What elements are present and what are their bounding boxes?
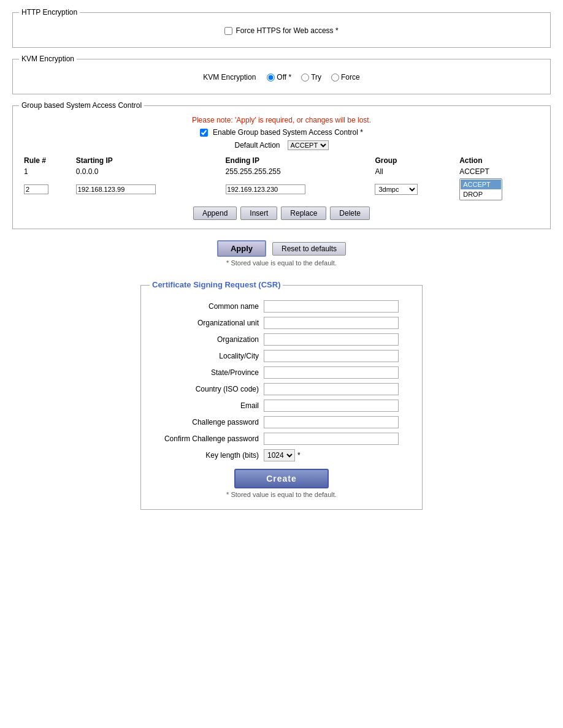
org-unit-row: Organizational unit — [153, 317, 410, 329]
country-row: Country (ISO code) — [153, 383, 410, 395]
action-2-wrapper: ACCEPT DROP — [459, 178, 502, 200]
stored-note-top: * Stored value is equal to the default. — [12, 259, 551, 267]
csr-legend: Certificate Signing Request (CSR) — [150, 280, 283, 289]
reset-button[interactable]: Reset to defaults — [272, 242, 346, 256]
locality-input[interactable] — [264, 350, 399, 362]
col-starting-ip: Starting IP — [74, 155, 223, 166]
apply-button[interactable]: Apply — [217, 240, 266, 257]
force-https-checkbox[interactable] — [224, 27, 232, 35]
force-https-label: Force HTTPS for Web access * — [236, 26, 338, 35]
col-action: Action — [457, 155, 542, 166]
create-button[interactable]: Create — [234, 469, 329, 488]
group-access-note: Please note: 'Apply' is required, or cha… — [21, 116, 542, 124]
kvm-off-radio-item: Off * — [267, 73, 291, 82]
state-row: State/Province — [153, 366, 410, 379]
key-length-asterisk: * — [297, 451, 301, 460]
http-encryption-legend: HTTP Encryption — [19, 8, 80, 17]
locality-row: Locality/City — [153, 350, 410, 362]
rule-num-1: 1 — [21, 166, 74, 177]
org-label: Organization — [153, 335, 264, 344]
kvm-off-radio[interactable] — [267, 74, 275, 82]
starting-ip-2-input[interactable] — [76, 184, 156, 194]
group-access-section: Group based System Access Control Please… — [12, 105, 551, 229]
common-name-label: Common name — [153, 302, 264, 311]
state-label: State/Province — [153, 368, 264, 377]
csr-outer: Certificate Signing Request (CSR) Common… — [12, 285, 551, 510]
apply-area: Apply Reset to defaults — [12, 240, 551, 257]
default-action-select[interactable]: ACCEPT — [288, 140, 329, 150]
starting-ip-1: 0.0.0.0 — [74, 166, 223, 177]
col-group: Group — [372, 155, 457, 166]
kvm-try-radio[interactable] — [301, 74, 309, 82]
table-row: 3dmpc ACCEPT DROP — [21, 177, 542, 202]
ending-ip-1: 255.255.255.255 — [223, 166, 373, 177]
email-input[interactable] — [264, 400, 399, 412]
kvm-off-label: Off * — [277, 73, 291, 82]
key-length-select[interactable]: 512 1024 2048 — [264, 449, 295, 461]
email-label: Email — [153, 401, 264, 410]
acl-buttons-row: Append Insert Replace Delete — [21, 207, 542, 220]
group-1: All — [372, 166, 457, 177]
kvm-force-label: Force — [341, 73, 360, 82]
org-unit-label: Organizational unit — [153, 319, 264, 327]
common-name-input[interactable] — [264, 300, 399, 313]
challenge-pw-row: Challenge password — [153, 416, 410, 428]
replace-button[interactable]: Replace — [281, 207, 326, 220]
ending-ip-2-input[interactable] — [226, 184, 305, 194]
kvm-force-radio-item: Force — [331, 73, 360, 82]
kvm-force-radio[interactable] — [331, 74, 339, 82]
org-row: Organization — [153, 333, 410, 346]
locality-label: Locality/City — [153, 352, 264, 360]
csr-section: Certificate Signing Request (CSR) Common… — [140, 285, 423, 510]
append-button[interactable]: Append — [193, 207, 237, 220]
kvm-try-label: Try — [311, 73, 321, 82]
confirm-pw-input[interactable] — [264, 433, 399, 445]
csr-stored-note: * Stored value is equal to the default. — [153, 491, 410, 498]
col-rule: Rule # — [21, 155, 74, 166]
key-length-label: Key length (bits) — [153, 451, 264, 460]
challenge-pw-label: Challenge password — [153, 418, 264, 427]
action-1: ACCEPT — [457, 166, 542, 177]
confirm-pw-label: Confirm Challenge password — [153, 434, 264, 443]
kvm-encryption-section: KVM Encryption KVM Encryption Off * Try … — [12, 59, 551, 94]
group-access-legend: Group based System Access Control — [19, 101, 144, 110]
csr-form: Common name Organizational unit Organiza… — [153, 300, 410, 498]
enable-group-access-checkbox[interactable] — [200, 129, 208, 137]
action-2-select[interactable]: ACCEPT DROP — [459, 178, 502, 200]
country-label: Country (ISO code) — [153, 385, 264, 393]
common-name-row: Common name — [153, 300, 410, 313]
insert-button[interactable]: Insert — [240, 207, 277, 220]
kvm-encryption-legend: KVM Encryption — [19, 55, 77, 63]
enable-group-access-label: Enable Group based System Access Control… — [213, 128, 363, 137]
group-2-select[interactable]: 3dmpc — [375, 184, 418, 195]
default-action-label: Default Action — [234, 141, 280, 150]
key-length-row: Key length (bits) 512 1024 2048 * — [153, 449, 410, 461]
table-row: 1 0.0.0.0 255.255.255.255 All ACCEPT — [21, 166, 542, 177]
rule-num-2-input[interactable] — [24, 184, 48, 194]
email-row: Email — [153, 400, 410, 412]
kvm-try-radio-item: Try — [301, 73, 321, 82]
org-input[interactable] — [264, 333, 399, 346]
http-encryption-section: HTTP Encryption Force HTTPS for Web acce… — [12, 12, 551, 48]
challenge-pw-input[interactable] — [264, 416, 399, 428]
org-unit-input[interactable] — [264, 317, 399, 329]
delete-button[interactable]: Delete — [330, 207, 370, 220]
kvm-encryption-label: KVM Encryption — [203, 73, 256, 82]
state-input[interactable] — [264, 366, 399, 379]
acl-table: Rule # Starting IP Ending IP Group Actio… — [21, 155, 542, 202]
confirm-pw-row: Confirm Challenge password — [153, 433, 410, 445]
country-input[interactable] — [264, 383, 399, 395]
col-ending-ip: Ending IP — [223, 155, 373, 166]
